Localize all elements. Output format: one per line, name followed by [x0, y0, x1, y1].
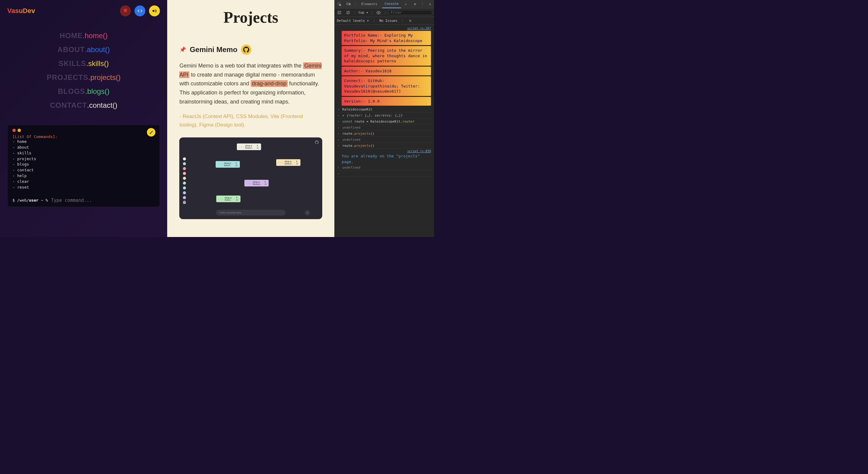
more-tabs-icon[interactable]: » [403, 2, 408, 6]
console-message: You are already on the "projects" page. [342, 154, 432, 164]
color-dot[interactable] [183, 181, 186, 184]
memo-card[interactable]: ⋮⋮⋮What is AstroF...▾ ⊡ [216, 161, 240, 168]
left-sidebar: VasuDev HOME.home() ABOUT.about() SKILLS… [0, 0, 167, 237]
github-icon[interactable] [241, 44, 251, 55]
inspect-icon[interactable] [336, 2, 343, 6]
tech-stack: - ReactJs (Context API), CSS Modules, Vi… [179, 112, 322, 129]
color-dot[interactable] [183, 187, 186, 190]
console-log: Version:- 1.0.0 [342, 97, 431, 106]
console-log: Portfolio Name:- Exploring My Portfolio:… [342, 31, 431, 45]
page-title: Projects [179, 8, 322, 26]
devtools-panel: | Elements Console » ⚙ ⋮ ✕ | top ▾ | | D… [334, 0, 434, 237]
sidebar-toggle-icon[interactable] [336, 10, 343, 14]
memo-card[interactable]: ⋮⋮⋮What is Node.js...▾ ⊡ [244, 180, 269, 187]
console-settings-row: Default levels ▾ | No Issues | ⚙ [334, 17, 434, 25]
console-input-line[interactable]: › [336, 171, 432, 177]
prompt-label: $ /web/user ~ % [12, 198, 48, 203]
kebab-icon[interactable]: ⋮ [420, 2, 425, 6]
close-icon[interactable]: ✕ [428, 2, 432, 6]
eye-icon[interactable] [375, 10, 382, 15]
color-dot[interactable] [183, 177, 186, 180]
terminal-command-list: - home - about - skills - projects - blo… [12, 139, 155, 191]
console-line: › route.projects() [336, 143, 432, 149]
devtools-tabs: | Elements Console » ⚙ ⋮ ✕ [334, 0, 434, 8]
memo-card[interactable]: ⋮⋮⋮What is ReactJ...▾ ⊡ [237, 143, 261, 150]
context-selector[interactable]: top ▾ [358, 10, 368, 14]
magnet-icon[interactable] [120, 5, 131, 16]
color-palette [183, 158, 186, 204]
svg-rect-2 [350, 3, 350, 5]
console-line: ‹ ▸ {router: {…}, secretos: {…}} [336, 112, 432, 118]
header-icons [120, 5, 160, 16]
console-line: ‹ undefined [336, 165, 432, 171]
memo-card[interactable]: ⋮⋮⋮What is Qwik.js...▾ ⊡ [276, 159, 301, 166]
header: VasuDev [7, 5, 160, 16]
console-line: ‹ undefined [336, 137, 432, 143]
terminal: [List Of Commands]: - home - about - ski… [7, 125, 160, 207]
nav-about[interactable]: ABOUT.about() [58, 45, 110, 54]
speaker-icon[interactable] [149, 5, 160, 16]
console-line: ‹ undefined [336, 125, 432, 131]
color-dot[interactable] [183, 158, 186, 161]
console-log: Author:- Vasudev1618 [342, 67, 431, 76]
terminal-title: [List Of Commands]: [12, 134, 155, 139]
minimize-dot[interactable] [18, 129, 21, 132]
memo-card[interactable]: ⋮⋮⋮What is SolidJ...▾ ⊡ [216, 196, 241, 202]
color-dot[interactable] [183, 162, 186, 165]
project-description: Gemini Memo is a web tool that integrate… [179, 62, 322, 106]
project-name: Gemini Memo [190, 45, 237, 54]
nav-projects[interactable]: PROJECTS.projects() [46, 73, 121, 82]
tab-console[interactable]: Console [382, 0, 401, 8]
issues-label[interactable]: No Issues [379, 19, 398, 23]
terminal-controls [12, 129, 155, 132]
console-toolbar: | top ▾ | | [334, 8, 434, 17]
svg-rect-3 [338, 11, 341, 14]
terminal-input[interactable] [51, 198, 155, 203]
device-icon[interactable] [345, 2, 352, 6]
tab-elements[interactable]: Elements [359, 0, 380, 8]
levels-dropdown[interactable]: Default levels ▾ [337, 19, 369, 23]
console-body: script.js:167 Portfolio Name:- Exploring… [334, 25, 434, 237]
nav-blogs[interactable]: BLOGS.blogs() [58, 87, 109, 96]
pin-icon: 📌 [179, 46, 186, 53]
console-line: › KaleidoscopeKit [336, 106, 432, 112]
highlight: drag-and-drop [251, 80, 288, 87]
project-preview: ⋮⋮⋮What is ReactJ...▾ ⊡ ⋮⋮⋮What is Astro… [179, 137, 322, 219]
svg-rect-1 [347, 3, 349, 4]
clear-console-icon[interactable] [345, 10, 351, 14]
nav-list: HOME.home() ABOUT.about() SKILLS.skills(… [7, 32, 160, 109]
send-icon[interactable]: » [305, 210, 310, 215]
color-dot[interactable] [183, 191, 186, 194]
source-link[interactable]: script.js:839 [337, 149, 431, 153]
console-log: Connect:- GitHub: Vasudevatirupathinaidu… [342, 76, 431, 96]
code-icon[interactable] [134, 5, 145, 16]
console-line: › route.projects() [336, 131, 432, 137]
svg-line-6 [347, 11, 349, 13]
project-header: 📌 Gemini Memo [179, 44, 322, 55]
nav-home[interactable]: HOME.home() [60, 32, 108, 40]
logo[interactable]: VasuDev [7, 7, 35, 15]
trash-icon[interactable]: 🗑 [183, 200, 186, 203]
prompt-input[interactable]: Enter a prompt here [216, 210, 286, 215]
github-icon[interactable] [315, 140, 319, 144]
console-line: › const route = KaleidoscopeKit.router [336, 118, 432, 125]
nav-contact[interactable]: CONTACT.contact() [50, 101, 118, 109]
terminal-prompt: $ /web/user ~ % [12, 198, 155, 203]
console-log: Summary:- Peering into the mirror of my … [342, 46, 431, 66]
close-dot[interactable] [12, 129, 16, 132]
color-dot[interactable] [183, 172, 186, 175]
svg-point-7 [378, 12, 379, 13]
filter-input[interactable] [389, 10, 432, 15]
nav-skills[interactable]: SKILLS.skills() [58, 59, 109, 68]
gear-icon[interactable]: ⚙ [408, 19, 412, 23]
color-dot[interactable] [183, 167, 186, 170]
content-panel: Projects 📌 Gemini Memo Gemini Memo is a … [167, 0, 334, 237]
color-dot[interactable] [183, 196, 186, 199]
gear-icon[interactable]: ⚙ [413, 2, 417, 6]
source-link[interactable]: script.js:167 [337, 27, 431, 30]
